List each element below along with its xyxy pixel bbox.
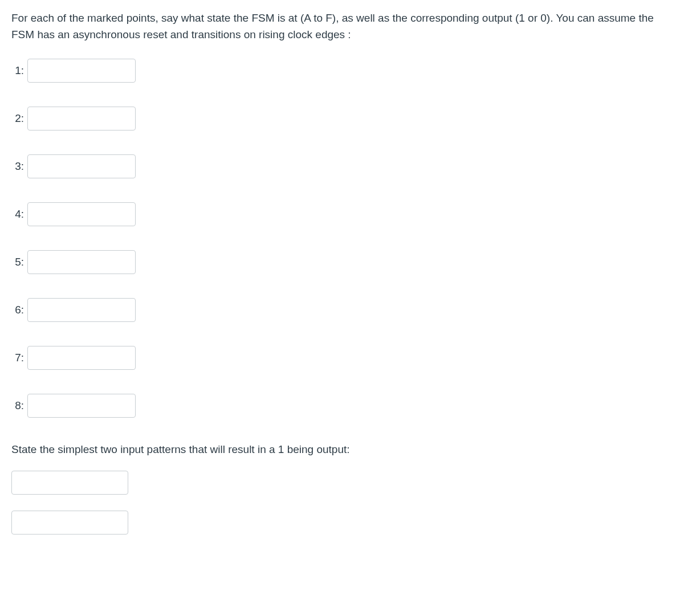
answer-input-4[interactable]: [27, 202, 136, 226]
answer-row-4: 4:: [11, 202, 673, 226]
answer-label-8: 8:: [11, 398, 24, 414]
question-main-text: For each of the marked points, say what …: [11, 10, 673, 43]
answer-row-8: 8:: [11, 394, 673, 418]
answer-row-2: 2:: [11, 107, 673, 130]
pattern-input-2[interactable]: [11, 511, 128, 535]
answer-label-1: 1:: [11, 63, 24, 79]
answer-input-5[interactable]: [27, 250, 136, 274]
answer-label-3: 3:: [11, 158, 24, 175]
answer-input-3[interactable]: [27, 154, 136, 178]
answer-label-5: 5:: [11, 254, 24, 271]
answer-row-3: 3:: [11, 154, 673, 178]
pattern-input-1[interactable]: [11, 471, 128, 495]
question-sub-text: State the simplest two input patterns th…: [11, 442, 673, 458]
answer-input-1[interactable]: [27, 59, 136, 83]
answer-input-8[interactable]: [27, 394, 136, 418]
answer-row-7: 7:: [11, 346, 673, 370]
answer-label-7: 7:: [11, 350, 24, 366]
answer-row-1: 1:: [11, 59, 673, 83]
answer-input-2[interactable]: [27, 107, 136, 130]
answer-input-7[interactable]: [27, 346, 136, 370]
pattern-row-1: [11, 471, 673, 495]
answer-row-6: 6:: [11, 298, 673, 322]
answer-row-5: 5:: [11, 250, 673, 274]
answer-input-6[interactable]: [27, 298, 136, 322]
answer-label-6: 6:: [11, 302, 24, 319]
answer-label-4: 4:: [11, 206, 24, 223]
answer-label-2: 2:: [11, 111, 24, 127]
pattern-row-2: [11, 511, 673, 535]
